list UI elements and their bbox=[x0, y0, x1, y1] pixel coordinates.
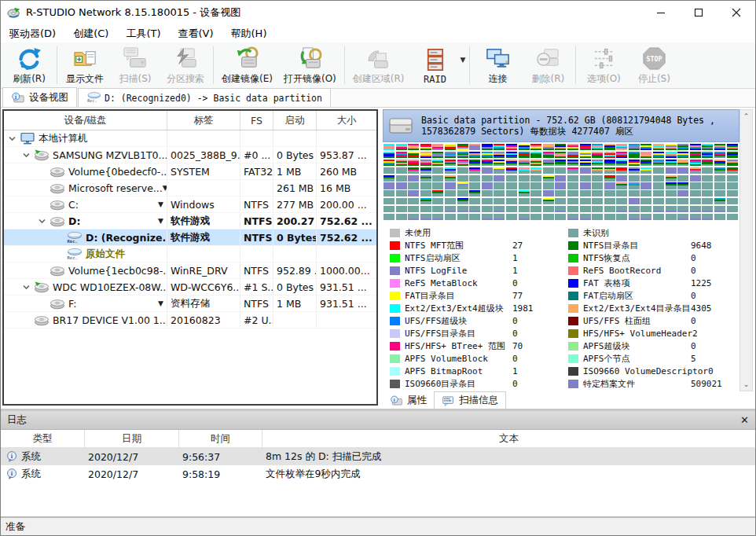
options-button[interactable]: 选项(O) bbox=[578, 42, 629, 88]
scan-block bbox=[567, 206, 578, 212]
legend-item: ReFS BootRecord0 bbox=[561, 265, 739, 276]
column-header-device[interactable]: ⌃设备/磁盘 bbox=[4, 111, 167, 130]
tree-row-br17-device[interactable]: BR17 DEVICE V1.00 1.... 20160823 #2 U... bbox=[4, 312, 376, 329]
scan-block bbox=[714, 175, 725, 182]
tree-row-volume-0bedecf0[interactable]: Volume{0bedecf0-... ▼ SYSTEM FAT32 1 MB … bbox=[4, 163, 376, 180]
menu-help[interactable]: 帮助(H) bbox=[222, 25, 276, 42]
maximize-button[interactable] bbox=[680, 1, 717, 24]
partition-search-button[interactable]: 分区搜索 bbox=[160, 42, 211, 88]
scan-block bbox=[420, 144, 431, 150]
legend-item: FAT目录条目77 bbox=[383, 290, 561, 301]
chevron-down-icon[interactable] bbox=[21, 150, 31, 160]
partition-dropdown-arrow[interactable]: ▼ bbox=[158, 200, 163, 208]
scan-block bbox=[727, 167, 738, 174]
log-row[interactable]: 系统 2020/12/7 9:56:37 8m 12s 的 D: 扫描已完成 bbox=[1, 448, 755, 465]
scan-block bbox=[420, 206, 431, 212]
tree-row-wdc[interactable]: WDC WD10EZEX-08W... WD-WCC6Y6... #1 S...… bbox=[4, 279, 376, 296]
legend-label: APFS超级块 bbox=[583, 340, 691, 352]
log-column-time[interactable]: 时间 bbox=[179, 430, 262, 447]
tab-scan-info[interactable]: 扫描信息 bbox=[434, 391, 506, 409]
create-region-button[interactable]: 创建区域(R) bbox=[347, 42, 410, 88]
tree-row-raw-files[interactable]: 原始文件 bbox=[4, 246, 376, 262]
scan-block bbox=[666, 214, 677, 220]
tree-row-d-recognized[interactable]: D: (Recognize... 软件游戏 NTFS 0 Bytes 752.6… bbox=[4, 229, 376, 246]
tree-row-d-drive[interactable]: D: ▼ 软件游戏 NTFS 200.27 ... 752.62 ... bbox=[4, 213, 376, 229]
legend-swatch bbox=[568, 354, 578, 363]
rec-icon bbox=[65, 248, 83, 260]
scan-block bbox=[530, 182, 541, 189]
legend-label: Ext2/Ext3/Ext4超级块 bbox=[405, 303, 512, 314]
column-header-fs[interactable]: FS bbox=[240, 111, 273, 130]
legend-label: FAT目录条目 bbox=[405, 290, 512, 302]
title-bar[interactable]: R-STUDIO Network 8.15.180015 - 设备视图 bbox=[1, 1, 755, 24]
chevron-down-icon[interactable] bbox=[21, 282, 31, 292]
chevron-down-icon[interactable] bbox=[37, 216, 47, 226]
scan-block bbox=[640, 214, 651, 220]
raid-dropdown-arrow[interactable]: ▼ bbox=[460, 56, 465, 64]
tab-properties[interactable]: i 属性 bbox=[383, 392, 434, 409]
scan-block bbox=[408, 175, 419, 182]
legend-swatch bbox=[390, 354, 400, 363]
scan-block bbox=[640, 198, 651, 204]
scroll-up-icon[interactable]: ⌃ bbox=[740, 110, 752, 123]
legend-swatch bbox=[390, 241, 400, 250]
scan-block bbox=[396, 144, 407, 150]
column-header-size[interactable]: 大小 bbox=[317, 111, 376, 130]
scan-block bbox=[604, 144, 615, 150]
log-close-icon[interactable]: ✕ bbox=[740, 414, 749, 426]
tab-device-view[interactable]: i 设备视图 bbox=[2, 87, 77, 107]
legend-label: NTFS恢复点 bbox=[583, 252, 691, 264]
physical-disk-icon bbox=[34, 149, 50, 161]
log-column-date[interactable]: 日期 bbox=[85, 430, 179, 447]
create-image-button[interactable]: 创建镜像(E) bbox=[216, 42, 278, 88]
stop-button[interactable]: STOP 停止(S) bbox=[629, 42, 679, 88]
scan-button[interactable]: 扫描(S) bbox=[110, 42, 160, 88]
scan-block bbox=[457, 190, 468, 196]
partition-dropdown-arrow[interactable]: ▼ bbox=[158, 299, 163, 307]
scan-block bbox=[666, 152, 677, 158]
scan-block bbox=[592, 182, 603, 189]
legend-item: APFS个节点5 bbox=[561, 353, 739, 364]
raid-button[interactable]: RAID bbox=[409, 44, 460, 86]
legend-count: 9648 bbox=[691, 240, 739, 251]
log-row[interactable]: 系统 2020/12/7 9:58:19 文件枚举在9秒内完成 bbox=[1, 465, 755, 483]
tree-row-c-drive[interactable]: C: ▼ Windows NTFS 277 MB 200.00 ... bbox=[4, 196, 376, 213]
refresh-button[interactable]: 刷新(R) bbox=[4, 42, 54, 88]
delete-button[interactable]: 删除(R) bbox=[523, 42, 573, 88]
legend-label: ISO9660 VolumeDescriptor bbox=[583, 366, 708, 376]
log-column-text[interactable]: 文本 bbox=[262, 430, 755, 447]
scan-panel-scrollbar[interactable]: ⌃ ⌄ bbox=[739, 109, 753, 391]
scan-block bbox=[457, 152, 468, 158]
legend-label: ReFS MetaBlock bbox=[405, 278, 512, 288]
menu-tools[interactable]: 工具(T) bbox=[117, 25, 169, 42]
scan-block bbox=[555, 167, 566, 174]
open-image-button[interactable]: 打开镜像(O) bbox=[278, 42, 342, 88]
status-bar: 准备 bbox=[1, 516, 755, 535]
column-header-label[interactable]: 标签 bbox=[167, 111, 240, 130]
scroll-down-icon[interactable]: ⌄ bbox=[740, 378, 752, 391]
show-files-button[interactable]: 显示文件 bbox=[60, 42, 110, 88]
close-button[interactable] bbox=[717, 1, 755, 24]
menu-drive[interactable]: 驱动器(D) bbox=[1, 25, 64, 42]
tree-row-volume-1ecb0c98[interactable]: Volume{1ecb0c98-... ▼ WinRE_DRV NTFS 952… bbox=[4, 262, 376, 279]
tree-row-microsoft-reserved[interactable]: Microsoft reserve... ▼ 261 MB 16 MB bbox=[4, 180, 376, 196]
chevron-down-icon[interactable] bbox=[7, 134, 17, 144]
partition-dropdown-arrow[interactable]: ▼ bbox=[158, 217, 163, 225]
scan-block bbox=[604, 190, 615, 196]
tree-row-samsung[interactable]: SAMSUNG MZVLB1T0... 0025_388B_9... #0 ..… bbox=[4, 147, 376, 163]
tab-scan-view[interactable]: D: (Recognized0) -> Basic data partition bbox=[78, 88, 331, 107]
tree-row-local-computer[interactable]: 本地计算机 bbox=[4, 130, 376, 147]
scan-block bbox=[640, 190, 651, 196]
tree-row-f-drive[interactable]: F: ▼ 资料存储 NTFS 1 MB 931.51 ... bbox=[4, 296, 376, 312]
partition-icon bbox=[34, 314, 50, 326]
column-header-boot[interactable]: 启动 bbox=[273, 111, 317, 130]
svg-text:i: i bbox=[15, 94, 17, 100]
menu-view[interactable]: 查看(V) bbox=[169, 25, 222, 42]
scan-block-map[interactable] bbox=[384, 144, 739, 222]
scan-block bbox=[677, 214, 688, 220]
menu-create[interactable]: 创建(C) bbox=[64, 25, 117, 42]
scan-block bbox=[432, 190, 443, 196]
log-column-type[interactable]: 类型 bbox=[1, 430, 85, 447]
connect-button[interactable]: 连接 bbox=[472, 42, 523, 88]
minimize-button[interactable] bbox=[642, 1, 680, 24]
